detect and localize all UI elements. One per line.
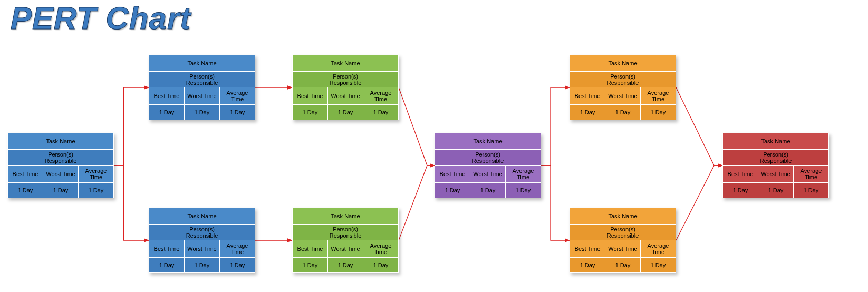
worst-time-label: Worst Time (470, 166, 505, 182)
diagram-canvas: Task NamePerson(s)ResponsibleBest TimeWo… (0, 0, 868, 292)
best-time-value: 1 Day (435, 183, 470, 198)
average-time-label: Average Time (640, 87, 676, 104)
average-time-value: 1 Day (640, 258, 676, 272)
persons-responsible-label: Person(s)Responsible (723, 150, 828, 165)
worst-time-value: 1 Day (470, 183, 505, 198)
average-time-value: 1 Day (363, 105, 398, 120)
average-time-label: Average Time (793, 166, 828, 182)
best-time-value: 1 Day (149, 258, 184, 272)
task-name-label: Task Name (293, 55, 398, 71)
average-time-value: 1 Day (640, 105, 676, 120)
worst-time-value: 1 Day (327, 105, 363, 120)
best-time-label: Best Time (149, 87, 184, 104)
task-name-label: Task Name (723, 133, 828, 149)
task-node-n3: Task NamePerson(s)ResponsibleBest TimeWo… (149, 208, 255, 273)
persons-responsible-label: Person(s)Responsible (293, 225, 398, 240)
best-time-value: 1 Day (293, 105, 327, 120)
best-time-value: 1 Day (570, 258, 605, 272)
worst-time-value: 1 Day (605, 105, 640, 120)
persons-responsible-label: Person(s)Responsible (570, 225, 676, 240)
task-name-label: Task Name (8, 133, 113, 149)
task-name-label: Task Name (435, 133, 541, 149)
task-node-n8: Task NamePerson(s)ResponsibleBest TimeWo… (570, 208, 676, 273)
persons-responsible-label: Person(s)Responsible (570, 72, 676, 87)
best-time-value: 1 Day (723, 183, 758, 198)
average-time-value: 1 Day (505, 183, 541, 198)
task-node-n6: Task NamePerson(s)ResponsibleBest TimeWo… (435, 133, 541, 198)
worst-time-value: 1 Day (43, 183, 78, 198)
worst-time-label: Worst Time (184, 240, 219, 257)
task-node-n5: Task NamePerson(s)ResponsibleBest TimeWo… (292, 208, 399, 273)
average-time-value: 1 Day (219, 105, 255, 120)
average-time-value: 1 Day (78, 183, 113, 198)
average-time-label: Average Time (363, 87, 398, 104)
worst-time-label: Worst Time (758, 166, 793, 182)
worst-time-label: Worst Time (605, 240, 640, 257)
task-node-n4: Task NamePerson(s)ResponsibleBest TimeWo… (292, 55, 399, 120)
persons-responsible-label: Person(s)Responsible (149, 225, 255, 240)
average-time-value: 1 Day (793, 183, 828, 198)
best-time-label: Best Time (293, 240, 327, 257)
best-time-label: Best Time (8, 166, 43, 182)
worst-time-value: 1 Day (327, 258, 363, 272)
average-time-label: Average Time (640, 240, 676, 257)
task-name-label: Task Name (570, 55, 676, 71)
task-name-label: Task Name (293, 208, 398, 224)
average-time-label: Average Time (78, 166, 113, 182)
task-name-label: Task Name (149, 55, 255, 71)
best-time-label: Best Time (293, 87, 327, 104)
persons-responsible-label: Person(s)Responsible (435, 150, 541, 165)
best-time-value: 1 Day (8, 183, 43, 198)
best-time-label: Best Time (723, 166, 758, 182)
persons-responsible-label: Person(s)Responsible (293, 72, 398, 87)
worst-time-label: Worst Time (327, 240, 363, 257)
best-time-value: 1 Day (149, 105, 184, 120)
task-name-label: Task Name (149, 208, 255, 224)
worst-time-value: 1 Day (605, 258, 640, 272)
best-time-label: Best Time (435, 166, 470, 182)
best-time-value: 1 Day (570, 105, 605, 120)
task-name-label: Task Name (570, 208, 676, 224)
worst-time-value: 1 Day (184, 105, 219, 120)
best-time-label: Best Time (149, 240, 184, 257)
persons-responsible-label: Person(s)Responsible (149, 72, 255, 87)
best-time-value: 1 Day (293, 258, 327, 272)
average-time-value: 1 Day (363, 258, 398, 272)
average-time-label: Average Time (363, 240, 398, 257)
worst-time-value: 1 Day (184, 258, 219, 272)
best-time-label: Best Time (570, 240, 605, 257)
average-time-label: Average Time (505, 166, 541, 182)
task-node-n2: Task NamePerson(s)ResponsibleBest TimeWo… (149, 55, 255, 120)
task-node-n1: Task NamePerson(s)ResponsibleBest TimeWo… (7, 133, 114, 198)
worst-time-label: Worst Time (43, 166, 78, 182)
persons-responsible-label: Person(s)Responsible (8, 150, 113, 165)
average-time-label: Average Time (219, 87, 255, 104)
worst-time-label: Worst Time (605, 87, 640, 104)
task-node-n9: Task NamePerson(s)ResponsibleBest TimeWo… (722, 133, 829, 198)
worst-time-label: Worst Time (327, 87, 363, 104)
average-time-label: Average Time (219, 240, 255, 257)
best-time-label: Best Time (570, 87, 605, 104)
worst-time-value: 1 Day (758, 183, 793, 198)
worst-time-label: Worst Time (184, 87, 219, 104)
task-node-n7: Task NamePerson(s)ResponsibleBest TimeWo… (570, 55, 676, 120)
average-time-value: 1 Day (219, 258, 255, 272)
